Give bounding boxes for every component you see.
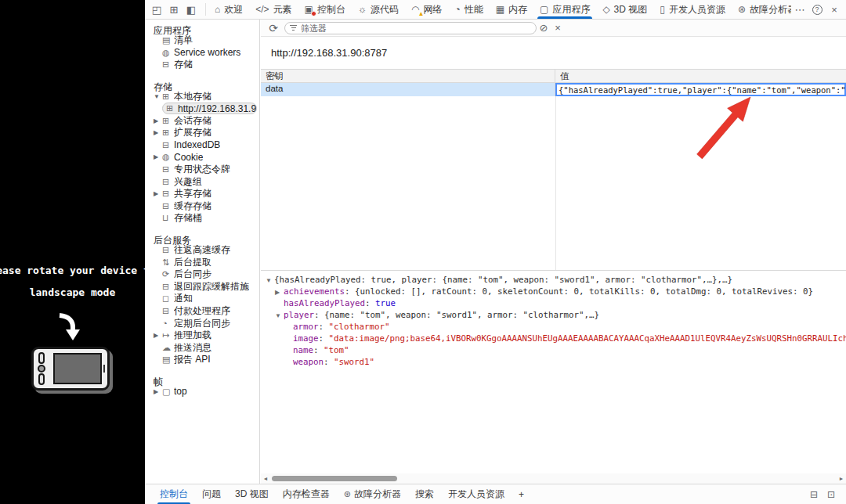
tab-application[interactable]: ▢应用程序 (533, 0, 596, 19)
disclosure-closed-icon[interactable]: ▶ (154, 388, 162, 395)
close-devtools-icon[interactable]: × (826, 1, 843, 18)
tab-3d-view[interactable]: ◇3D 视图 (596, 0, 653, 19)
disclosure-closed-icon[interactable]: ▶ (275, 287, 284, 298)
json-segment-string: "clotharmor" (329, 322, 390, 332)
json-tree-line-7[interactable]: ▶weapon: "sword1" (261, 357, 846, 369)
tab-elements[interactable]: </>元素 (249, 0, 298, 19)
drawer-tab-memory-inspector[interactable]: 内存检查器 (276, 484, 337, 504)
disclosure-open-icon[interactable]: ▼ (266, 275, 274, 286)
sidebar-item-local-storage-origin[interactable]: ⊞http://192.168.31.90:8... (162, 103, 257, 114)
sidebar-item-speculative-loads[interactable]: ▶↦推理加载 (145, 329, 259, 342)
disclosure-closed-icon[interactable]: ▶ (154, 153, 162, 160)
sidebar-item-periodic-background-sync[interactable]: ◔定期后台同步 (145, 317, 259, 329)
sidebar-item-extension-storage[interactable]: ▶⊞扩展存储 (145, 127, 259, 139)
sidebar-item-storage-buckets[interactable]: ⊔存储桶 (145, 212, 259, 225)
sidebar-item-background-sync[interactable]: ⟳后台同步 (145, 268, 259, 281)
more-options-icon[interactable]: ⋯ (791, 1, 808, 18)
value-column-header[interactable]: 值 (555, 70, 846, 82)
json-tree-line-3[interactable]: ▼player: {name: "tom", weapon: "sword1",… (261, 310, 846, 322)
sidebar-item-shared-storage[interactable]: ▶⊟共享存储 (145, 188, 259, 200)
sidebar-item-background-fetch[interactable]: ⇅后台提取 (145, 256, 259, 268)
refresh-icon[interactable]: ⟳ (266, 22, 281, 34)
inspect-icon[interactable]: ◰ (148, 1, 165, 18)
sidebar-item-cookies[interactable]: ▶◍Cookie (145, 151, 259, 164)
json-tree-line-0[interactable]: ▼{hasAlreadyPlayed: true, player: {name:… (261, 275, 846, 286)
tab-welcome[interactable]: ⌂欢迎 (208, 0, 249, 19)
sidebar-item-payment-handler[interactable]: ⊟付款处理程序 (145, 305, 259, 318)
drawer-tab-crash-analyzer[interactable]: ⊛故障分析器 (337, 484, 408, 504)
network-icon: ◠▲ (411, 5, 419, 14)
dock-side-icon[interactable]: ◧ (183, 1, 200, 18)
scroll-left-arrow[interactable]: ◄ (261, 476, 270, 481)
sidebar-item-reporting-api[interactable]: ▤报告 API (145, 354, 259, 366)
sidebar-item-private-state-tokens[interactable]: ⊟专用状态令牌 (145, 164, 259, 176)
tab-developer-resources[interactable]: ▯开发人员资源 (653, 0, 732, 19)
disclosure-closed-icon[interactable]: ▶ (154, 332, 162, 339)
tab-crash-analyzer[interactable]: ⊛故障分析器 (732, 0, 791, 19)
json-tree-line-2[interactable]: ▶hasAlreadyPlayed: true (261, 298, 846, 310)
sidebar-item-app-storage[interactable]: ⊟存储 (145, 59, 259, 71)
section-gap (145, 366, 259, 373)
sidebar-item-bounce-tracking-mitigations[interactable]: ⊟退回跟踪缓解措施 (145, 281, 259, 293)
tab-label: 开发人员资源 (669, 3, 725, 16)
sidebar-item-service-workers[interactable]: ◍Service workers (145, 47, 259, 59)
delete-selected-icon[interactable]: × (551, 22, 565, 34)
json-segment-plain: : {name: "tom", weapon: "sword1", armor:… (314, 310, 599, 320)
disclosure-closed-icon[interactable]: ▶ (154, 117, 162, 124)
toolbar-separator (205, 3, 206, 16)
extension-storage-icon: ⊞ (162, 128, 174, 138)
value-edit-field[interactable]: {"hasAlreadyPlayed":true,"player":{"name… (555, 83, 846, 96)
sidebar-item-session-storage[interactable]: ▶⊞会话存储 (145, 114, 259, 127)
drawer-tab-search[interactable]: 搜索 (408, 484, 441, 504)
rotate-arrow-icon (56, 311, 83, 346)
drawer-tab-3d-view[interactable]: 3D 视图 (228, 484, 276, 504)
sidebar-item-indexeddb[interactable]: ⊟IndexedDB (145, 139, 259, 152)
developer-resources-icon: ▯ (660, 5, 665, 14)
sidebar-item-push-messaging[interactable]: ☁推送消息 (145, 341, 259, 354)
drawer-tab-issues[interactable]: 问题 (195, 484, 228, 504)
dock-console-icon[interactable]: ⊟ (805, 486, 822, 503)
tab-performance[interactable]: ◔性能 (448, 0, 489, 19)
json-tree-line-1[interactable]: ▶achievements: {unlocked: [], ratCount: … (261, 286, 846, 298)
sidebar-item-local-storage[interactable]: ▼⊞本地存储 (145, 91, 259, 103)
filter-input-wrap[interactable] (284, 22, 537, 34)
sidebar-item-interest-groups[interactable]: ⊟兴趣组 (145, 175, 259, 188)
key-column-header[interactable]: 密钥 (261, 70, 555, 82)
json-tree-line-4[interactable]: ▶armor: "clotharmor" (261, 322, 846, 333)
drawer-tab-add-drawer-tab[interactable]: + (512, 484, 531, 504)
sidebar-item-cache-storage[interactable]: ⊟缓存存储 (145, 200, 259, 213)
disclosure-open-icon[interactable]: ▼ (154, 93, 162, 100)
device-emulation-icon[interactable]: ⊞ (165, 1, 183, 18)
scrollbar-thumb[interactable] (272, 476, 397, 481)
sidebar-item-back-forward-cache[interactable]: ⊟往返高速缓存 (145, 244, 259, 257)
clear-all-icon[interactable]: ⊘ (537, 22, 551, 34)
tab-console[interactable]: ▣控制台 (298, 0, 352, 19)
phone-button-top (38, 352, 45, 364)
table-row[interactable]: data {"hasAlreadyPlayed":true,"player":{… (261, 83, 846, 96)
json-tree-line-5[interactable]: ▶image: "data:image/png;base64,iVBORw0KG… (261, 333, 846, 345)
local-storage-icon: ⊞ (162, 92, 174, 102)
disclosure-open-icon[interactable]: ▼ (275, 311, 284, 322)
drawer-tab-console[interactable]: 控制台 (153, 484, 195, 504)
quick-view-icon[interactable]: ⊡ (822, 486, 840, 503)
filter-funnel-icon (290, 23, 297, 32)
help-icon[interactable]: ? (808, 1, 826, 18)
json-tree-line-6[interactable]: ▶name: "tom" (261, 345, 846, 357)
disclosure-closed-icon[interactable]: ▶ (154, 129, 162, 136)
tab-memory[interactable]: ▦内存 (490, 0, 533, 19)
app-storage-icon: ⊟ (162, 59, 174, 70)
row-value-cell[interactable]: {"hasAlreadyPlayed":true,"player":{"name… (555, 83, 846, 96)
sidebar-item-frame-top[interactable]: ▶▢top (145, 386, 259, 398)
sidebar-item-manifest[interactable]: ▤清单 (145, 34, 259, 47)
filter-input[interactable] (301, 23, 531, 33)
scroll-right-arrow[interactable]: ► (837, 476, 846, 481)
horizontal-scrollbar[interactable]: ◄ ► (261, 473, 846, 484)
drawer-tab-developer-resources[interactable]: 开发人员资源 (441, 484, 512, 504)
tab-sources[interactable]: ☼源代码 (352, 0, 405, 19)
sidebar-item-notifications[interactable]: ◻通知 (145, 293, 259, 305)
sidebar-item-label: 定期后台同步 (174, 317, 230, 330)
row-key-cell[interactable]: data (261, 83, 555, 96)
disclosure-closed-icon[interactable]: ▶ (154, 190, 162, 197)
scrollbar-track[interactable] (270, 475, 837, 482)
tab-network[interactable]: ◠▲网络 (405, 0, 448, 19)
